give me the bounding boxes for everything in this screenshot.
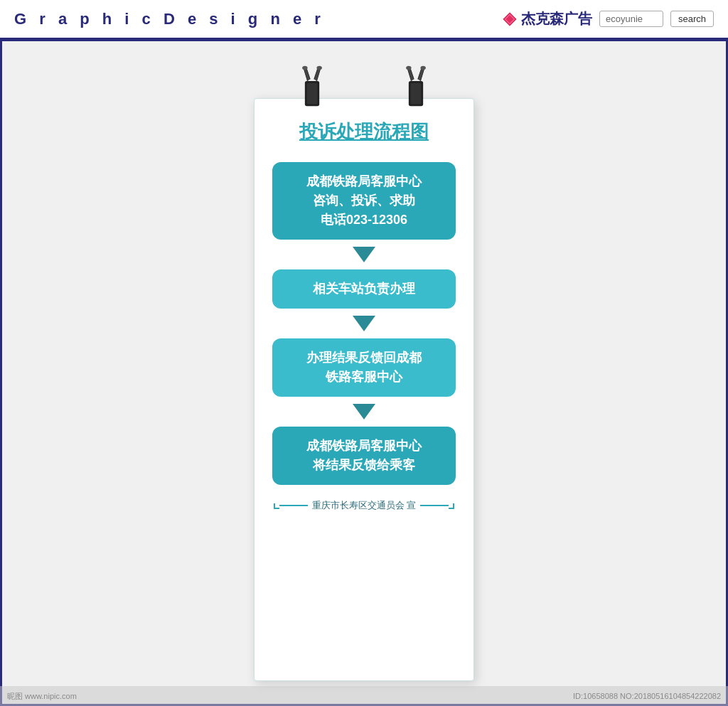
bottom-bar: 昵图 www.nipic.com ID:10658088 NO:20180516… xyxy=(0,686,728,706)
svg-rect-8 xyxy=(411,83,422,105)
search-button[interactable]: search xyxy=(670,11,714,27)
image-id: ID:10658088 NO:20180516104854222082 xyxy=(573,692,721,700)
binder-clip-left-icon xyxy=(297,65,327,107)
svg-point-10 xyxy=(420,66,425,70)
svg-point-9 xyxy=(406,66,411,70)
footer-line-right xyxy=(420,505,449,506)
flow-box-4: 成都铁路局客服中心将结果反馈给乘客 xyxy=(272,427,456,485)
flow-box-3: 办理结果反馈回成都铁路客服中心 xyxy=(272,338,456,397)
clip-left xyxy=(297,65,327,107)
document-footer: 重庆市长寿区交通员会 宣 xyxy=(272,499,456,512)
flow-box-2-text: 相关车站负责办理 xyxy=(313,282,415,296)
arrow-3 xyxy=(353,404,375,419)
binder-clip-right-icon xyxy=(401,65,431,107)
flow-box-4-text: 成都铁路局客服中心将结果反馈给乘客 xyxy=(306,439,422,472)
flow-container: 成都铁路局客服中心咨询、投诉、求助电话023-12306 相关车站负责办理 办理… xyxy=(272,162,456,485)
arrow-1 xyxy=(353,247,375,262)
svg-point-5 xyxy=(302,66,307,70)
search-input[interactable] xyxy=(599,11,663,27)
header-right: 杰克森广告 search xyxy=(502,9,714,28)
svg-point-6 xyxy=(316,66,321,70)
main-area: 投诉处理流程图 成都铁路局客服中心咨询、投诉、求助电话023-12306 相关车… xyxy=(0,39,728,706)
flow-box-1-text: 成都铁路局客服中心咨询、投诉、求助电话023-12306 xyxy=(306,174,422,227)
arrow-2 xyxy=(353,316,375,331)
flow-box-2: 相关车站负责办理 xyxy=(272,269,456,309)
document-paper: 投诉处理流程图 成都铁路局客服中心咨询、投诉、求助电话023-12306 相关车… xyxy=(254,98,474,681)
site-title: G r a p h i c D e s i g n e r xyxy=(14,10,325,28)
svg-rect-4 xyxy=(307,83,318,105)
nipic-watermark: 昵图 www.nipic.com xyxy=(7,691,77,702)
diamond-icon xyxy=(502,11,518,27)
flow-box-1: 成都铁路局客服中心咨询、投诉、求助电话023-12306 xyxy=(272,162,456,240)
brand-logo: 杰克森广告 xyxy=(502,9,592,28)
clip-right xyxy=(401,65,431,107)
footer-text: 重庆市长寿区交通员会 宣 xyxy=(312,499,417,512)
flow-box-3-text: 办理结果反馈回成都铁路客服中心 xyxy=(306,351,422,384)
brand-name: 杰克森广告 xyxy=(521,9,592,28)
header: G r a p h i c D e s i g n e r 杰克森广告 sear… xyxy=(0,0,728,39)
footer-line-left xyxy=(279,505,308,506)
document-title: 投诉处理流程图 xyxy=(272,120,456,144)
